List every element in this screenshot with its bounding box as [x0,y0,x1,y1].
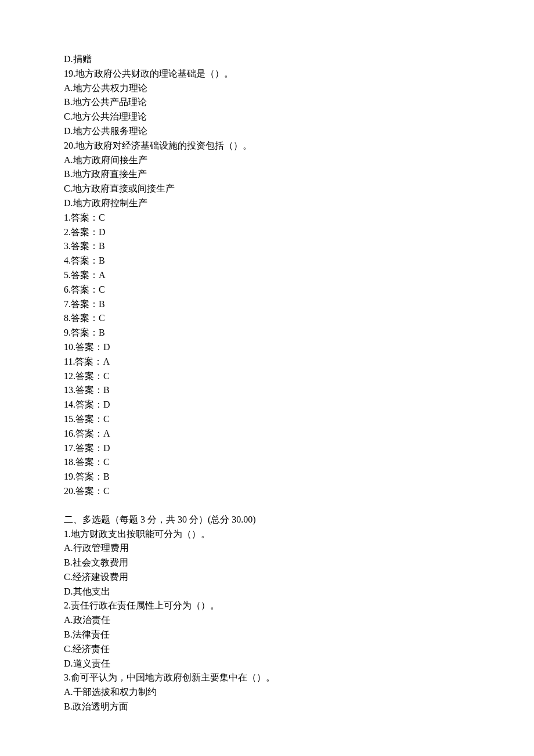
answer-5: 5.答案：A [64,268,470,283]
answer-15: 15.答案：C [64,412,470,427]
answer-3: 3.答案：B [64,239,470,254]
option-a: A.行政管理费用 [64,541,470,556]
option-d: D.道义责任 [64,657,470,671]
option-a: A.政治责任 [64,613,470,628]
option-b: B.社会文教费用 [64,556,470,570]
option-b: B.地方公共产品理论 [64,95,470,110]
option-b: B.法律责任 [64,628,470,642]
answer-4: 4.答案：B [64,254,470,268]
option-a: A.地方公共权力理论 [64,81,470,96]
option-b: B.地方政府直接生产 [64,167,470,182]
answer-20: 20.答案：C [64,484,470,499]
answer-12: 12.答案：C [64,369,470,384]
answer-17: 17.答案：D [64,441,470,456]
question-19: 19.地方政府公共财政的理论基础是（）。 [64,67,470,81]
answer-13: 13.答案：B [64,383,470,398]
question-3: 3.俞可平认为，中国地方政府创新主要集中在（）。 [64,671,470,685]
answer-9: 9.答案：B [64,326,470,340]
question-1: 1.地方财政支出按职能可分为（）。 [64,527,470,542]
answer-2: 2.答案：D [64,225,470,240]
option-d: D.其他支出 [64,585,470,599]
option-d: D.地方公共服务理论 [64,124,470,139]
answer-19: 19.答案：B [64,470,470,484]
option-c: C.经济建设费用 [64,570,470,585]
option-c: C.地方政府直接或间接生产 [64,182,470,196]
option-d: D.地方政府控制生产 [64,196,470,211]
option-a: A.地方政府间接生产 [64,153,470,168]
answer-1: 1.答案：C [64,211,470,225]
answer-18: 18.答案：C [64,455,470,470]
option-b: B.政治透明方面 [64,700,470,714]
answer-14: 14.答案：D [64,398,470,412]
section-break [64,499,470,513]
option-c: C.地方公共治理理论 [64,110,470,124]
question-20: 20.地方政府对经济基础设施的投资包括（）。 [64,139,470,153]
question-2: 2.责任行政在责任属性上可分为（）。 [64,599,470,613]
answer-10: 10.答案：D [64,340,470,355]
option-a: A.干部选拔和权力制约 [64,685,470,700]
section-2-heading: 二、多选题（每题 3 分，共 30 分）(总分 30.00) [64,513,470,527]
answer-7: 7.答案：B [64,297,470,312]
answer-8: 8.答案：C [64,311,470,326]
option-d: D.捐赠 [64,52,470,67]
option-c: C.经济责任 [64,642,470,657]
answer-16: 16.答案：A [64,427,470,441]
answer-6: 6.答案：C [64,283,470,297]
answer-11: 11.答案：A [64,355,470,369]
